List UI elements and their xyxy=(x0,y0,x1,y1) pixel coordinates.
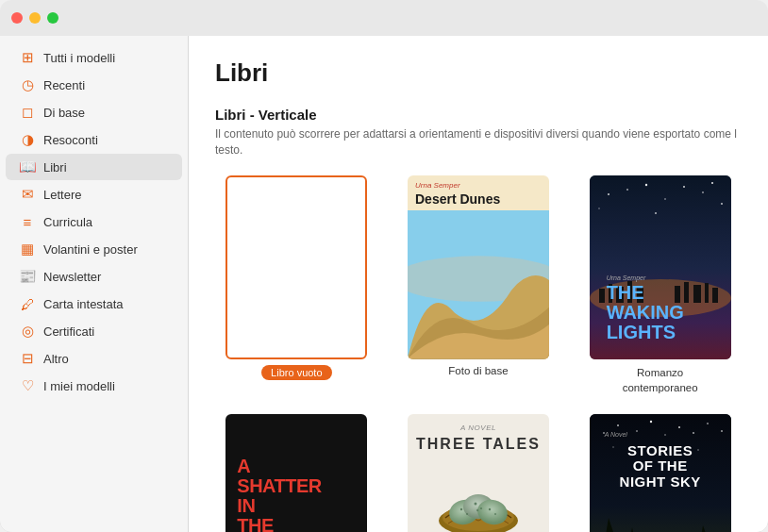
svg-point-15 xyxy=(626,189,628,191)
sidebar-item-miei[interactable]: ♡ I miei modelli xyxy=(6,373,182,399)
poster-icon: ▦ xyxy=(19,241,36,258)
threetales-title: THREE TALES xyxy=(416,436,541,453)
sidebar-item-curricula-label: Curricula xyxy=(43,215,92,229)
doc-icon: ◻ xyxy=(19,104,36,121)
letter-icon: 🖊 xyxy=(19,295,36,312)
svg-point-35 xyxy=(494,513,496,515)
book-icon: 📖 xyxy=(19,158,36,175)
close-button[interactable] xyxy=(11,12,23,24)
svg-point-31 xyxy=(476,509,478,511)
waking-title: THEWAKINGLIGHTS xyxy=(607,283,714,342)
section-desc: Il contenuto può scorrere per adattarsi … xyxy=(215,126,742,158)
sidebar-item-newsletter-label: Newsletter xyxy=(43,270,101,284)
envelope-icon: ✉ xyxy=(19,186,36,203)
template-label-waking: Romanzo contemporaneo xyxy=(623,365,698,395)
svg-point-16 xyxy=(644,183,646,185)
sidebar-item-volantini[interactable]: ▦ Volantini e poster xyxy=(6,236,182,262)
sidebar-item-resoconti-label: Resoconti xyxy=(43,133,98,147)
sidebar-item-carta[interactable]: 🖊 Carta intestata xyxy=(6,291,182,317)
template-cover-waking: Urna Semper THEWAKINGLIGHTS xyxy=(590,175,731,359)
sidebar-item-lettere-label: Lettere xyxy=(43,188,81,202)
svg-point-34 xyxy=(489,508,491,510)
newspaper-icon: 📰 xyxy=(19,268,36,285)
sidebar-item-resoconti[interactable]: ◑ Resoconti xyxy=(6,126,182,153)
svg-point-40 xyxy=(649,421,651,423)
template-threetales[interactable]: A Novel THREE TALES xyxy=(397,414,560,532)
threetales-noveltag: A Novel xyxy=(460,424,496,432)
sidebar-item-curricula[interactable]: ≡ Curricula xyxy=(6,208,182,235)
heart-icon: ♡ xyxy=(19,377,36,394)
nightsky-noveltag: A Novel xyxy=(605,431,716,438)
page-title: Libri xyxy=(215,58,742,88)
sidebar-item-libri-label: Libri xyxy=(43,160,67,175)
desert-author: Urna Semper xyxy=(408,175,549,191)
desert-title: Desert Dunes xyxy=(408,191,549,211)
grid-icon: ⊞ xyxy=(19,49,36,66)
eggs-illustration xyxy=(431,459,526,532)
template-cover-desert: Urna Semper Desert Dunes xyxy=(408,175,549,359)
svg-point-19 xyxy=(702,191,704,193)
list-icon: ≡ xyxy=(19,213,36,230)
template-nightsky[interactable]: A Novel STORIESOF THENIGHT SKY xyxy=(578,414,742,532)
svg-point-22 xyxy=(655,212,657,214)
sidebar-item-newsletter[interactable]: 📰 Newsletter xyxy=(6,263,182,290)
templates-grid: Libro vuoto Urna Semper Desert Dunes xyxy=(215,175,742,532)
svg-point-17 xyxy=(664,198,666,200)
folder-icon: ⊟ xyxy=(19,350,36,367)
template-label-desert: Foto di base xyxy=(448,365,508,376)
maximize-button[interactable] xyxy=(47,12,58,24)
template-desert[interactable]: Urna Semper Desert Dunes xyxy=(397,175,560,395)
template-cover-shatter: ASHATTERINTHEDARK xyxy=(225,414,367,532)
svg-point-30 xyxy=(480,507,482,509)
minimize-button[interactable] xyxy=(29,12,41,24)
sidebar-item-lettere[interactable]: ✉ Lettere xyxy=(6,181,182,208)
desert-image xyxy=(408,210,549,358)
svg-point-29 xyxy=(474,503,476,506)
shatter-title: ASHATTERINTHEDARK xyxy=(237,457,356,532)
app-window: ⊞ Tutti i modelli ◷ Recenti ◻ Di base ◑ … xyxy=(0,0,768,532)
clock-icon: ◷ xyxy=(19,76,36,93)
main-content: ⊞ Tutti i modelli ◷ Recenti ◻ Di base ◑ … xyxy=(0,36,768,532)
sidebar-item-recenti[interactable]: ◷ Recenti xyxy=(6,72,182,98)
badge-icon: ◎ xyxy=(19,323,36,340)
svg-point-23 xyxy=(721,203,723,205)
sidebar-item-recenti-label: Recenti xyxy=(43,78,85,92)
sidebar-item-miei-label: I miei modelli xyxy=(43,379,115,393)
waking-author: Urna Semper xyxy=(607,274,714,281)
template-empty[interactable]: Libro vuoto xyxy=(215,175,378,395)
sidebar-item-carta-label: Carta intestata xyxy=(43,297,124,311)
sidebar-item-libri[interactable]: 📖 Libri xyxy=(6,154,182,180)
sidebar-item-volantini-label: Volantini e poster xyxy=(43,242,138,257)
sidebar-item-dibase-label: Di base xyxy=(43,106,85,120)
chart-icon: ◑ xyxy=(19,131,36,148)
titlebar xyxy=(0,0,768,36)
svg-point-14 xyxy=(608,193,609,195)
sidebar-item-altro-label: Altro xyxy=(43,352,69,366)
section-title: Libri - Verticale xyxy=(215,107,742,123)
template-waking[interactable]: Urna Semper THEWAKINGLIGHTS Romanzo cont… xyxy=(578,175,742,395)
template-cover-nightsky: A Novel STORIESOF THENIGHT SKY xyxy=(590,414,731,532)
sidebar-item-all[interactable]: ⊞ Tutti i modelli xyxy=(6,44,182,71)
svg-point-32 xyxy=(460,508,462,510)
sidebar-item-certificati-label: Certificati xyxy=(43,324,94,339)
template-cover-threetales: A Novel THREE TALES xyxy=(408,414,549,532)
svg-point-33 xyxy=(466,513,468,515)
sidebar-item-dibase[interactable]: ◻ Di base xyxy=(6,99,182,125)
traffic-lights xyxy=(11,12,58,24)
svg-point-21 xyxy=(598,208,600,209)
svg-point-18 xyxy=(683,186,685,188)
sidebar-item-all-label: Tutti i modelli xyxy=(43,51,115,65)
sidebar-item-certificati[interactable]: ◎ Certificati xyxy=(6,318,182,344)
template-cover-empty xyxy=(225,175,367,359)
content-area: Libri Libri - Verticale Il contenuto può… xyxy=(189,36,768,532)
template-shatter[interactable]: ASHATTERINTHEDARK xyxy=(215,414,378,532)
svg-point-20 xyxy=(711,182,713,184)
nightsky-title: STORIESOF THENIGHT SKY xyxy=(605,443,716,490)
template-badge-empty: Libro vuoto xyxy=(261,365,331,380)
sidebar: ⊞ Tutti i modelli ◷ Recenti ◻ Di base ◑ … xyxy=(0,36,189,532)
sidebar-item-altro[interactable]: ⊟ Altro xyxy=(6,345,182,372)
